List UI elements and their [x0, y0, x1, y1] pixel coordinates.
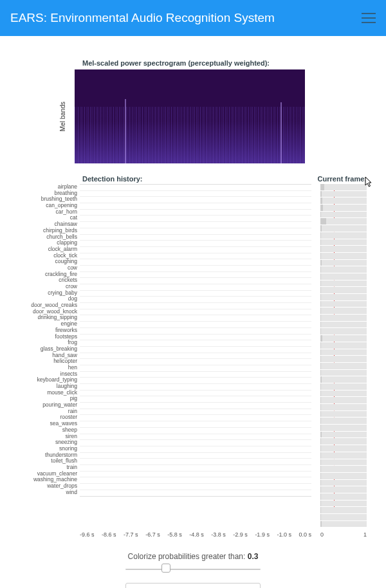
threshold-label: Colorize probabilities greater than: 0.3: [8, 552, 378, 561]
current-ticks: 01: [320, 531, 367, 538]
category-label: crying_baby: [8, 290, 77, 297]
current-bar: [320, 349, 367, 356]
current-bar: [320, 218, 367, 225]
current-bar: [320, 198, 367, 204]
history-row: [80, 453, 311, 459]
history-row: [80, 440, 311, 446]
history-row: [80, 347, 311, 353]
current-bar: [320, 507, 367, 513]
history-row: [80, 210, 311, 216]
history-row: [80, 235, 311, 241]
history-row: [80, 477, 311, 484]
tick-label: -8.6 s: [102, 531, 116, 538]
history-row: [80, 241, 311, 247]
history-row: [80, 216, 311, 222]
category-label: pouring_water: [8, 402, 77, 409]
current-bar: [320, 260, 367, 266]
threshold-value: 0.3: [248, 552, 259, 561]
current-bar: [320, 273, 367, 280]
current-bar: [320, 376, 367, 383]
current-bar: [320, 514, 367, 520]
current-bar: [320, 425, 367, 431]
history-row: [80, 185, 311, 191]
current-bar: [320, 521, 367, 528]
history-panel: [80, 184, 311, 497]
current-frame-panel: [320, 184, 367, 528]
category-label: mouse_click: [8, 390, 77, 396]
current-bar: [320, 335, 367, 342]
tick-label: -1.0 s: [277, 531, 291, 538]
current-bar: [320, 322, 367, 328]
category-label: helicopter: [8, 358, 77, 365]
history-row: [80, 222, 311, 228]
history-row: [80, 297, 311, 303]
history-row: [80, 203, 311, 210]
history-row: [80, 390, 311, 397]
history-row: [80, 472, 311, 478]
history-row: [80, 421, 311, 428]
tick-label: -6.7 s: [145, 531, 160, 538]
main-content: Mel-scaled power spectrogram (perceptual…: [0, 36, 386, 588]
category-labels: airplanebreathingbrushing_teethcan_openi…: [8, 184, 80, 495]
spectrogram-title: Mel-scaled power spectrogram (perceptual…: [82, 59, 378, 67]
history-row: [80, 309, 311, 316]
history-row: [80, 228, 311, 235]
history-row: [80, 291, 311, 297]
current-bar: [320, 363, 367, 369]
history-row: [80, 396, 311, 403]
history-ticks: -9.6 s-8.6 s-7.7 s-6.7 s-5.8 s-4.8 s-3.8…: [80, 531, 311, 538]
history-row: [80, 253, 311, 260]
history-row: [80, 446, 311, 453]
current-bar: [320, 225, 367, 232]
app-header: EARS: Environmental Audio Recognition Sy…: [0, 0, 386, 36]
current-title: Current frame:: [318, 175, 367, 183]
history-row: [80, 459, 311, 465]
history-row: [80, 247, 311, 253]
history-row: [80, 191, 311, 198]
current-bar: [320, 418, 367, 424]
history-row: [80, 272, 311, 279]
current-bar: [320, 493, 367, 500]
history-row: [80, 428, 311, 434]
tick-label: -3.8 s: [211, 531, 226, 538]
threshold-slider[interactable]: [125, 567, 261, 571]
current-bar: [320, 308, 367, 314]
history-row: [80, 490, 311, 497]
current-bar: [320, 191, 367, 198]
history-row: [80, 372, 311, 378]
tick-label: -2.9 s: [233, 531, 248, 538]
history-row: [80, 465, 311, 472]
current-bar: [320, 383, 367, 390]
menu-icon[interactable]: [362, 13, 376, 23]
current-bar: [320, 404, 367, 410]
current-bar: [320, 287, 367, 293]
history-row: [80, 328, 311, 335]
current-bar: [320, 266, 367, 273]
tick-label: -4.8 s: [189, 531, 204, 538]
history-row: [80, 409, 311, 416]
current-bar: [320, 473, 367, 479]
app-title: EARS: Environmental Audio Recognition Sy…: [10, 11, 275, 25]
current-bar: [320, 184, 367, 190]
current-bar: [320, 301, 367, 308]
slider-thumb[interactable]: [161, 564, 170, 573]
current-bar: [320, 370, 367, 376]
history-row: [80, 353, 311, 360]
mute-button[interactable]: Mute: [125, 583, 261, 588]
tick-label: 0.0 s: [299, 531, 311, 538]
current-bar: [320, 212, 367, 218]
current-bar: [320, 246, 367, 252]
current-bar: [320, 445, 367, 452]
current-bar: [320, 486, 367, 493]
history-row: [80, 335, 311, 341]
history-row: [80, 315, 311, 322]
history-row: [80, 266, 311, 272]
current-bar: [320, 480, 367, 486]
category-label: car_horn: [8, 209, 77, 216]
tick-label: 1: [363, 531, 367, 538]
history-row: [80, 384, 311, 390]
category-label: footsteps: [8, 334, 77, 340]
tick-label: 0: [320, 531, 324, 538]
history-row: [80, 340, 311, 347]
current-bar: [320, 411, 367, 418]
